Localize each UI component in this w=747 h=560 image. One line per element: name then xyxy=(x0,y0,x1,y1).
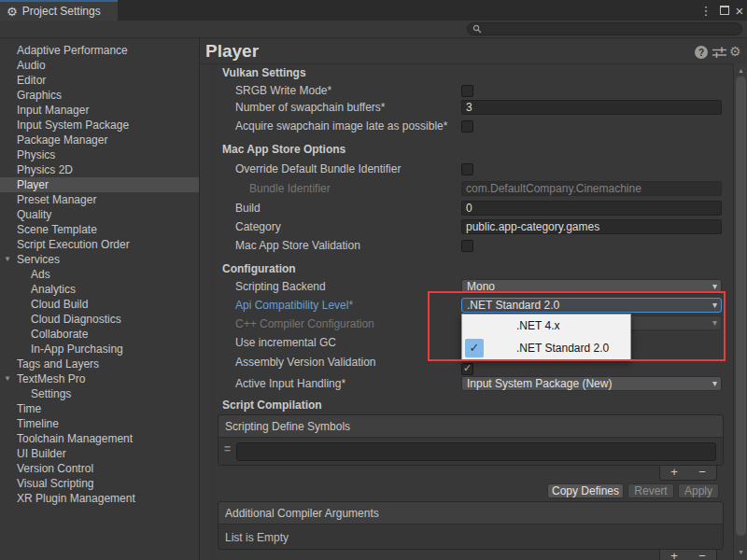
define-symbols-field[interactable] xyxy=(236,442,716,461)
item-label: Cloud Diagnostics xyxy=(31,313,121,326)
scripting-backend-value: Mono xyxy=(467,280,495,293)
sidebar-item-audio[interactable]: Audio xyxy=(0,58,199,73)
search-box[interactable] xyxy=(467,22,742,35)
sidebar-item-cloud-diagnostics[interactable]: Cloud Diagnostics xyxy=(0,312,199,327)
category-field[interactable]: public.app-category.games xyxy=(461,219,722,234)
sidebar-item-in-app-purchasing[interactable]: In-App Purchasing xyxy=(0,342,199,357)
window-close-button[interactable]: × xyxy=(732,0,747,21)
foldout-expanded-icon[interactable]: ▼ xyxy=(4,371,11,386)
sidebar-item-collaborate[interactable]: Collaborate xyxy=(0,327,199,342)
sidebar-item-xr-plugin-management[interactable]: XR Plugin Management xyxy=(0,491,199,506)
build-field[interactable]: 0 xyxy=(461,201,722,216)
header-divider xyxy=(200,63,747,64)
sidebar-item-preset-manager[interactable]: Preset Manager xyxy=(0,192,199,207)
preset-sliders-icon xyxy=(712,47,726,58)
title-bar: ⚙ Project Settings ⋮ × xyxy=(0,0,747,21)
add-argument-button[interactable]: + xyxy=(660,550,688,560)
scrollbar-thumb[interactable] xyxy=(736,77,746,536)
acquire-swapchain-checkbox[interactable] xyxy=(461,120,473,133)
scroll-up-button[interactable]: ▲ xyxy=(734,65,747,77)
mac-app-store-validation-label: Mac App Store Validation xyxy=(235,238,360,253)
add-define-button[interactable]: + xyxy=(660,466,688,480)
active-input-handling-value: Input System Package (New) xyxy=(467,377,612,390)
sidebar-item-editor[interactable]: Editor xyxy=(0,73,199,88)
panel-gear-icon[interactable]: ⚙ xyxy=(729,44,741,59)
sidebar-item-toolchain-management[interactable]: Toolchain Management xyxy=(0,431,199,446)
mac-app-store-header: Mac App Store Options xyxy=(222,142,345,157)
sidebar-item-tags-and-layers[interactable]: Tags and Layers xyxy=(0,357,199,371)
remove-argument-button[interactable]: − xyxy=(688,550,716,560)
sidebar-item-adaptive-performance[interactable]: Adaptive Performance xyxy=(0,43,199,58)
sidebar-item-quality[interactable]: Quality xyxy=(0,207,199,222)
srgb-write-mode-label: SRGB Write Mode* xyxy=(235,83,331,98)
active-input-handling-dropdown[interactable]: Input System Package (New) ▾ xyxy=(461,376,722,391)
popup-option-net-standard-20[interactable]: ✓ .NET Standard 2.0 xyxy=(462,337,630,359)
override-bundle-identifier-checkbox[interactable] xyxy=(461,163,473,175)
sidebar-item-cloud-build[interactable]: Cloud Build xyxy=(0,297,199,312)
sidebar-item-analytics[interactable]: Analytics xyxy=(0,282,199,297)
scroll-down-button[interactable]: ▼ xyxy=(734,547,747,558)
sidebar-item-player[interactable]: Player xyxy=(0,177,199,192)
chevron-down-icon: ▾ xyxy=(712,316,717,329)
item-label: Collaborate xyxy=(31,328,88,341)
sidebar-item-time[interactable]: Time xyxy=(0,401,199,416)
help-icon[interactable]: ? xyxy=(695,46,708,59)
item-label: Scene Template xyxy=(17,223,97,236)
sidebar-item-services[interactable]: ▼Services xyxy=(0,252,199,267)
define-symbols-title: Scripting Define Symbols xyxy=(218,415,723,438)
bundle-identifier-field: com.DefaultCompany.Cinemachine xyxy=(461,181,722,196)
scrollbar[interactable]: ▲ ▼ xyxy=(733,63,747,560)
sidebar-item-version-control[interactable]: Version Control xyxy=(0,461,199,476)
window-maximize-button[interactable] xyxy=(717,0,732,21)
api-compatibility-popup: .NET 4.x ✓ .NET Standard 2.0 xyxy=(461,314,631,360)
item-label: Settings xyxy=(31,387,71,400)
swapchain-buffers-label: Number of swapchain buffers* xyxy=(235,100,386,115)
item-label: Quality xyxy=(17,208,51,221)
sidebar-item-scene-template[interactable]: Scene Template xyxy=(0,222,199,237)
apply-button[interactable]: Apply xyxy=(678,483,719,498)
sidebar-item-package-manager[interactable]: Package Manager xyxy=(0,133,199,147)
copy-defines-button[interactable]: Copy Defines xyxy=(547,483,624,498)
option-label: .NET 4.x xyxy=(516,319,559,332)
option-label: .NET Standard 2.0 xyxy=(516,342,609,355)
sidebar-item-ads[interactable]: Ads xyxy=(0,267,199,282)
sidebar-item-script-execution-order[interactable]: Script Execution Order xyxy=(0,237,199,252)
srgb-write-mode-checkbox[interactable] xyxy=(461,85,473,97)
sidebar-item-physics-2d[interactable]: Physics 2D xyxy=(0,162,199,177)
chevron-down-icon: ▾ xyxy=(712,280,717,293)
api-compatibility-dropdown[interactable]: .NET Standard 2.0 ▾ xyxy=(461,298,722,313)
item-label: Audio xyxy=(17,59,46,72)
scripting-backend-dropdown[interactable]: Mono ▾ xyxy=(461,279,722,294)
remove-define-button[interactable]: − xyxy=(688,466,716,480)
additional-arguments-footer: + − xyxy=(659,550,717,560)
revert-button[interactable]: Revert xyxy=(627,483,674,498)
assembly-version-validation-checkbox[interactable]: ✓ xyxy=(461,363,473,375)
search-icon xyxy=(472,24,482,34)
item-label: UI Builder xyxy=(17,447,66,460)
project-settings-tab[interactable]: ⚙ Project Settings xyxy=(0,0,118,21)
item-label: Version Control xyxy=(17,462,93,475)
sidebar-item-visual-scripting[interactable]: Visual Scripting xyxy=(0,476,199,491)
sidebar-item-input-manager[interactable]: Input Manager xyxy=(0,103,199,118)
sidebar-item-textmesh-pro[interactable]: ▼TextMesh Pro xyxy=(0,371,199,386)
item-label: Analytics xyxy=(31,283,76,296)
sidebar-item-input-system-package[interactable]: Input System Package xyxy=(0,118,199,133)
define-symbols-footer: + − xyxy=(659,466,717,481)
preset-icon[interactable] xyxy=(712,47,726,58)
sidebar-item-graphics[interactable]: Graphics xyxy=(0,88,199,103)
project-settings-window: ⚙ Project Settings ⋮ × Adaptive Performa… xyxy=(0,0,747,560)
checkmark-icon: ✓ xyxy=(465,339,484,357)
foldout-expanded-icon[interactable]: ▼ xyxy=(4,252,11,267)
sidebar-item-physics[interactable]: Physics xyxy=(0,147,199,162)
mac-app-store-validation-checkbox[interactable] xyxy=(461,240,473,252)
window-menu-button[interactable]: ⋮ xyxy=(698,0,713,21)
sidebar-item-tmp-settings[interactable]: Settings xyxy=(0,386,199,401)
item-label: Tags and Layers xyxy=(17,357,99,371)
content-divider xyxy=(212,64,213,560)
sidebar-item-ui-builder[interactable]: UI Builder xyxy=(0,446,199,461)
drag-handle-icon[interactable]: = xyxy=(224,442,231,455)
popup-option-net-4x[interactable]: .NET 4.x xyxy=(462,315,630,337)
swapchain-buffers-field[interactable]: 3 xyxy=(461,100,722,115)
settings-search-input[interactable] xyxy=(485,23,727,35)
sidebar-item-timeline[interactable]: Timeline xyxy=(0,416,199,431)
